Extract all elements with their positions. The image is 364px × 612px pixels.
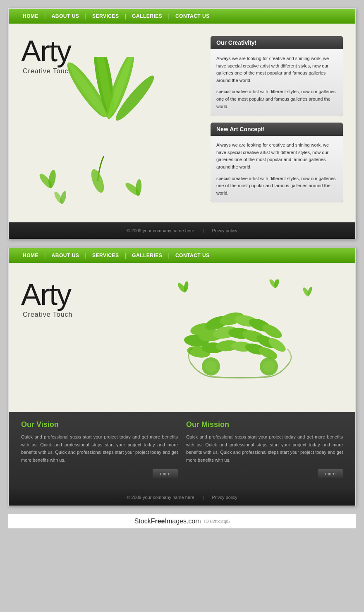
bottom-section-2: Our Vision Quick and professional steps …	[9, 412, 355, 489]
leaves-svg-1	[34, 57, 174, 222]
hero-left-1: Arty Creative Touch	[21, 32, 211, 210]
info-box-art-header: New Art Concept!	[211, 123, 343, 136]
footer-copyright-2: © 2009 your company name here	[127, 495, 194, 500]
info-box-art-body: Always we are looking for creative and s…	[211, 136, 343, 202]
vision-more-button[interactable]: more	[153, 469, 178, 478]
watermark-id: ID 02ttx1tql5	[204, 519, 230, 524]
nav-bar-2: HOME | ABOUT US | SERVICES | GALLERIES |…	[9, 248, 355, 263]
nav-about-1[interactable]: ABOUT US	[46, 13, 85, 19]
hero-section-1: Arty Creative Touch	[9, 24, 355, 222]
art-para1: Always we are looking for creative and s…	[216, 142, 337, 171]
mission-more-button[interactable]: more	[318, 469, 343, 478]
nav-home-2[interactable]: HOME	[17, 253, 44, 258]
nav-services-1[interactable]: SERVICES	[86, 13, 125, 19]
leaf-decoration-1	[34, 57, 166, 214]
nav-contact-1[interactable]: CONTACT US	[170, 13, 216, 19]
svg-point-40	[205, 361, 217, 372]
vision-title: Our Vision	[21, 420, 178, 429]
vision-box: Our Vision Quick and professional steps …	[21, 420, 178, 478]
info-box-creativity: Our Creativity! Always we are looking fo…	[211, 36, 343, 116]
footer-sep-1: |	[203, 228, 204, 233]
brand-title-2: Arty	[21, 279, 137, 309]
site-footer-1: © 2009 your company name here | Privcy p…	[9, 222, 355, 239]
info-box-creativity-header: Our Creativity!	[211, 36, 343, 49]
card-1: HOME | ABOUT US | SERVICES | GALLERIES |…	[8, 8, 356, 239]
creativity-para2: special creative artist with different s…	[216, 88, 337, 110]
nav-galleries-1[interactable]: GALLERIES	[126, 13, 168, 19]
site-footer-2: © 2009 your company name here | Privcy p…	[9, 489, 355, 506]
vision-text: Quick and professional steps start your …	[21, 433, 178, 464]
mission-box: Our Mission Quick and professional steps…	[186, 420, 343, 478]
footer-sep-2: |	[203, 495, 204, 500]
footer-policy-1[interactable]: Privcy policy	[212, 228, 237, 233]
nav-galleries-2[interactable]: GALLERIES	[126, 253, 168, 258]
nav-about-2[interactable]: ABOUT US	[46, 253, 85, 258]
bottom-grid: Our Vision Quick and professional steps …	[21, 420, 343, 478]
info-box-creativity-body: Always we are looking for creative and s…	[211, 49, 343, 116]
leaf-art-svg-2	[157, 279, 323, 395]
footer-copyright-1: © 2009 your company name here	[127, 228, 194, 233]
nav-bar-1: HOME | ABOUT US | SERVICES | GALLERIES |…	[9, 9, 355, 24]
brand-subtitle-2: Creative Touch	[23, 311, 137, 318]
nav-services-2[interactable]: SERVICES	[86, 253, 125, 258]
hero-section-2: Arty Creative Touch	[9, 263, 355, 412]
mission-text: Quick and professional steps start your …	[186, 433, 343, 464]
hero-right-1: Our Creativity! Always we are looking fo…	[211, 32, 343, 210]
svg-point-7	[89, 168, 106, 195]
mission-title: Our Mission	[186, 420, 343, 429]
art-para2: special creative artist with different s…	[216, 175, 337, 197]
nav-contact-2[interactable]: CONTACT US	[170, 253, 216, 258]
svg-point-42	[263, 361, 275, 372]
creativity-para1: Always we are looking for creative and s…	[216, 55, 337, 84]
card-2: HOME | ABOUT US | SERVICES | GALLERIES |…	[8, 248, 356, 506]
watermark: StockFreeImages.com ID 02ttx1tql5	[8, 514, 356, 528]
info-box-art: New Art Concept! Always we are looking f…	[211, 123, 343, 202]
footer-policy-2[interactable]: Privcy policy	[212, 495, 237, 500]
watermark-text: StockFreeImages.com	[134, 518, 201, 525]
hero-left-2: Arty Creative Touch	[21, 271, 137, 404]
nav-home-1[interactable]: HOME	[17, 13, 44, 19]
hero-right-2	[137, 271, 343, 404]
